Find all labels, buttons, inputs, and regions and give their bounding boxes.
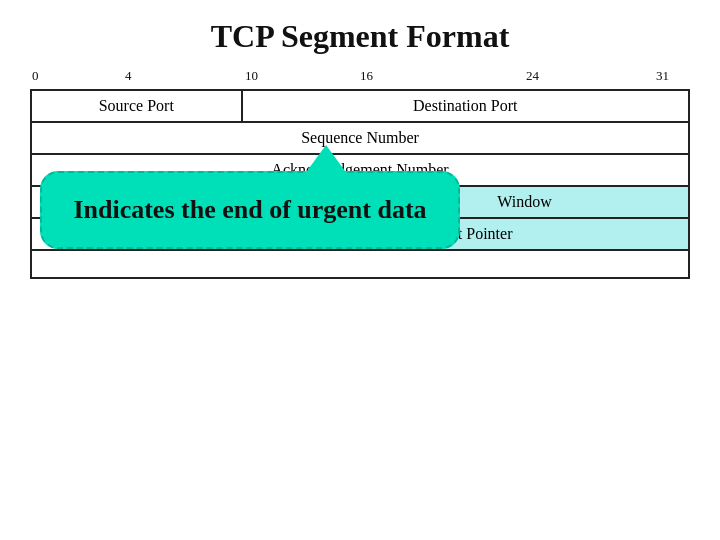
seq-number-cell: Sequence Number — [31, 122, 689, 154]
dest-port-cell: Destination Port — [242, 90, 689, 122]
ruler-24: 24 — [526, 68, 539, 84]
ruler-16: 16 — [360, 68, 373, 84]
ruler-0: 0 — [32, 68, 39, 84]
tooltip-bubble: Indicates the end of urgent data — [40, 171, 460, 249]
diagram-container: 0 4 10 16 24 31 Source Port Destination … — [30, 65, 690, 279]
table-row — [31, 250, 689, 278]
table-row: Sequence Number — [31, 122, 689, 154]
tooltip-text: Indicates the end of urgent data — [73, 195, 426, 224]
ruler-10: 10 — [245, 68, 258, 84]
page-title: TCP Segment Format — [0, 0, 720, 65]
table-row: Source Port Destination Port — [31, 90, 689, 122]
ruler-31: 31 — [656, 68, 669, 84]
bit-ruler: 0 4 10 16 24 31 — [30, 65, 690, 87]
source-port-cell: Source Port — [31, 90, 242, 122]
ruler-4: 4 — [125, 68, 132, 84]
